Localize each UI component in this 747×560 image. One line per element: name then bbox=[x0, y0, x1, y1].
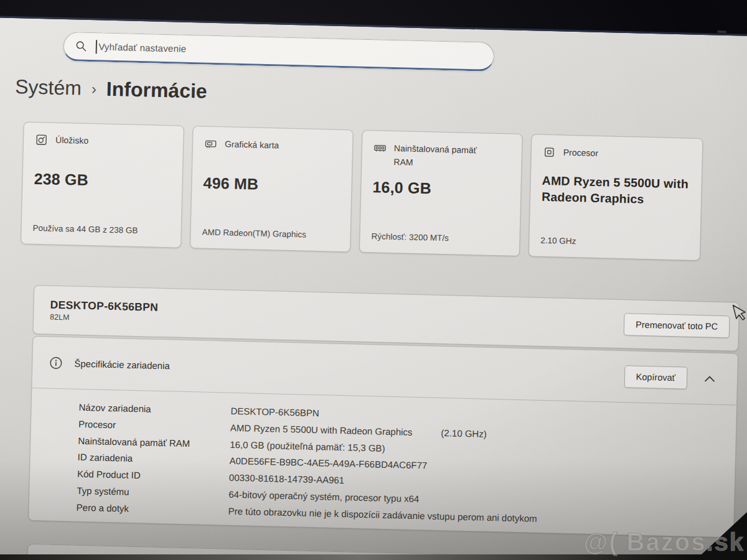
card-title: Procesor bbox=[563, 146, 599, 161]
gpu-icon bbox=[204, 138, 218, 151]
rename-pc-button[interactable]: Premenovať toto PC bbox=[624, 313, 730, 338]
specs-title: Špecifikácie zariadenia bbox=[74, 358, 170, 371]
card-value: 496 MB bbox=[203, 174, 258, 194]
page-title: Informácie bbox=[106, 78, 207, 103]
summary-cards: Úložisko 238 GB Používa sa 44 GB z 238 G… bbox=[21, 121, 703, 261]
settings-screen: Vyhľadať nastavenie Systém › Informácie … bbox=[0, 16, 747, 560]
breadcrumb: Systém › Informácie bbox=[15, 75, 207, 103]
card-title: Nainštalovaná pamäť RAM bbox=[393, 141, 494, 172]
laptop-bezel-bottom bbox=[0, 554, 747, 560]
card-ram[interactable]: Nainštalovaná pamäť RAM 16,0 GB Rýchlosť… bbox=[359, 130, 523, 256]
card-title: Grafická karta bbox=[225, 137, 280, 152]
specs-rows: Názov zariadenia DESKTOP-6K56BPN Proceso… bbox=[29, 388, 736, 532]
card-gpu[interactable]: Grafická karta 496 MB AMD Radeon(TM) Gra… bbox=[190, 126, 354, 252]
search-icon bbox=[75, 40, 87, 52]
card-value: AMD Ryzen 5 5500U with Radeon Graphics bbox=[542, 172, 693, 209]
cpu-icon bbox=[543, 146, 557, 159]
card-detail: Rýchlosť: 3200 MT/s bbox=[371, 231, 513, 245]
device-model: 82LM bbox=[50, 313, 158, 324]
copy-button[interactable]: Kopírovať bbox=[624, 365, 687, 389]
card-detail: 2.10 GHz bbox=[540, 236, 693, 249]
minimize-icon[interactable] bbox=[717, 30, 726, 33]
breadcrumb-parent[interactable]: Systém bbox=[15, 75, 82, 100]
card-title: Úložisko bbox=[55, 133, 88, 148]
info-icon bbox=[49, 355, 63, 370]
card-value: 16,0 GB bbox=[372, 178, 431, 197]
search-placeholder: Vyhľadať nastavenie bbox=[98, 41, 186, 54]
ram-icon bbox=[374, 141, 387, 155]
chevron-right-icon: › bbox=[92, 80, 97, 98]
photo-frame: Vyhľadať nastavenie Systém › Informácie … bbox=[0, 0, 747, 560]
device-specs-card: Špecifikácie zariadenia Kopírovať Názov … bbox=[28, 336, 738, 538]
card-storage[interactable]: Úložisko 238 GB Používa sa 44 GB z 238 G… bbox=[21, 121, 184, 248]
text-cursor bbox=[96, 40, 97, 54]
device-name-block: DESKTOP-6K56BPN 82LM bbox=[50, 299, 158, 324]
storage-icon bbox=[35, 133, 49, 147]
card-detail: Používa sa 44 GB z 238 GB bbox=[32, 223, 174, 236]
card-cpu[interactable]: Procesor AMD Ryzen 5 5500U with Radeon G… bbox=[529, 134, 703, 261]
card-value: 238 GB bbox=[34, 170, 88, 189]
search-input[interactable]: Vyhľadať nastavenie bbox=[63, 32, 494, 72]
card-detail: AMD Radeon(TM) Graphics bbox=[202, 228, 344, 241]
device-name: DESKTOP-6K56BPN bbox=[50, 299, 158, 314]
chevron-up-icon[interactable] bbox=[703, 375, 716, 383]
